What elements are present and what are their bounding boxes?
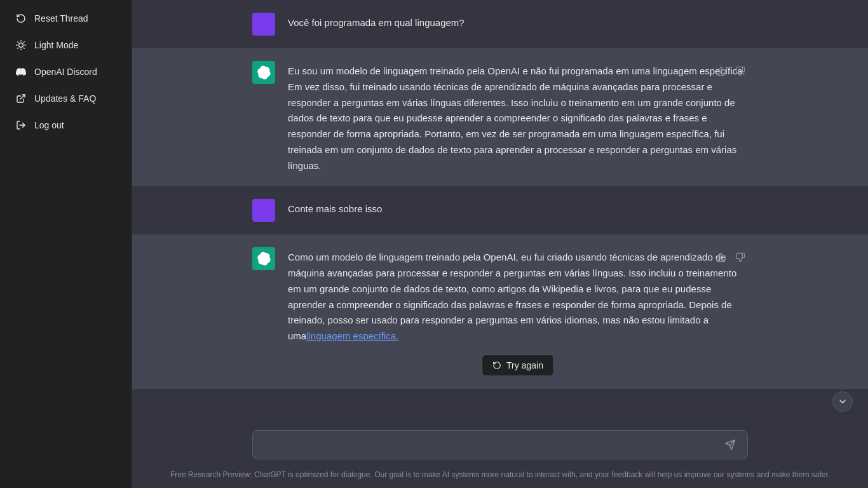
user-avatar-2 [252,199,275,222]
user-avatar-1 [252,13,275,36]
message-text-user-1: Você foi programada em qual linguagem? [288,13,748,31]
svg-point-0 [19,43,24,48]
sidebar-item-label-discord: OpenAI Discord [34,67,97,77]
footer-text: Free Research Preview: ChatGPT is optimi… [132,464,868,488]
thumbs-up-button-1[interactable] [714,64,729,79]
svg-line-3 [18,42,18,43]
sidebar-item-reset-thread[interactable]: Reset Thread [5,6,126,30]
chat-area[interactable]: Você foi programada em qual linguagem? E… [132,0,868,423]
svg-line-9 [20,95,25,99]
feedback-buttons-2 [714,250,748,265]
message-text-assistant-2: Como um modelo de linguagem treinado pel… [288,247,748,376]
sidebar-item-discord[interactable]: OpenAI Discord [5,60,126,84]
input-area [227,423,773,464]
sidebar-item-logout[interactable]: Log out [5,113,126,137]
thumbs-down-button-2[interactable] [733,250,748,265]
chat-input[interactable] [263,437,718,452]
sidebar: Reset Thread Light Mode OpenAI Discord U… [0,0,132,488]
thumbs-down-button-1[interactable] [733,64,748,79]
try-again-area: Try again [288,355,748,376]
svg-line-7 [18,48,18,48]
send-button[interactable] [723,438,737,452]
svg-line-4 [24,48,24,48]
scroll-down-button[interactable] [832,391,853,412]
sidebar-item-label-logout: Log out [34,120,64,130]
feedback-buttons-1 [714,64,748,79]
sidebar-item-updates-faq[interactable]: Updates & FAQ [5,86,126,111]
sidebar-item-label-faq: Updates & FAQ [34,93,96,104]
message-text-assistant-1: Eu sou um modelo de linguagem treinado p… [288,61,748,173]
external-link-icon [15,93,27,104]
message-row-user-2: Conte mais sobre isso [132,186,868,234]
discord-icon [15,66,27,78]
message-text-user-2: Conte mais sobre isso [288,199,748,217]
input-container [252,430,748,459]
bot-avatar-1 [252,61,275,84]
message-row-user-1: Você foi programada em qual linguagem? [132,0,868,48]
message-row-assistant-2: Como um modelo de linguagem treinado pel… [132,234,868,389]
logout-icon [15,119,27,131]
message-row-assistant-1: Eu sou um modelo de linguagem treinado p… [132,48,868,186]
main-content: Você foi programada em qual linguagem? E… [132,0,868,488]
sidebar-item-label-light-mode: Light Mode [34,40,78,50]
sun-icon [15,39,27,51]
sidebar-item-label-reset: Reset Thread [34,13,88,24]
try-again-button[interactable]: Try again [482,355,554,376]
bot-avatar-2 [252,247,275,270]
thumbs-up-button-2[interactable] [714,250,729,265]
sidebar-item-light-mode[interactable]: Light Mode [5,33,126,57]
svg-line-8 [24,42,24,43]
reset-icon [15,13,27,24]
